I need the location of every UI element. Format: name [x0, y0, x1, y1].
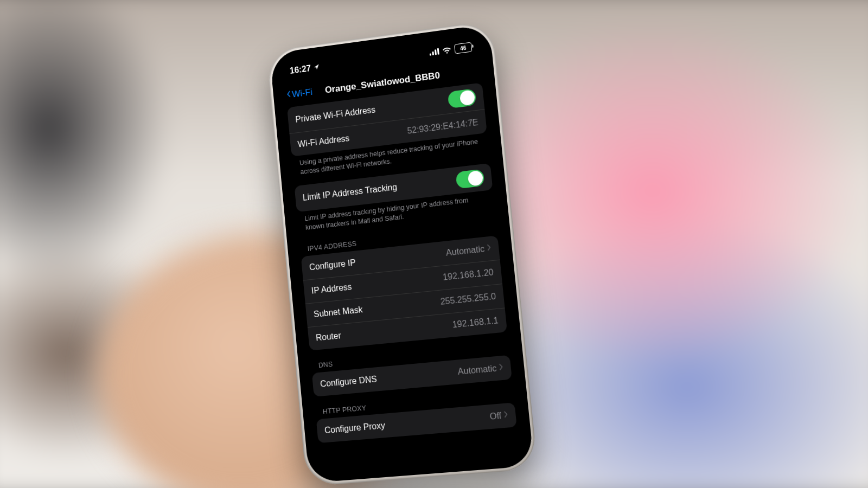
chevron-right-icon: [486, 243, 492, 253]
limit-ip-label: Limit IP Address Tracking: [302, 182, 398, 203]
subnet-mask-label: Subnet Mask: [313, 305, 363, 319]
ip-address-label: IP Address: [311, 282, 352, 296]
router-label: Router: [315, 331, 341, 343]
settings-content: Private Wi-Fi Address Wi-Fi Address 52:9…: [280, 81, 525, 444]
battery-indicator: 46: [454, 42, 473, 54]
configure-proxy-label: Configure Proxy: [324, 420, 385, 435]
location-icon: [313, 62, 320, 73]
battery-percent: 46: [460, 44, 467, 51]
wifi-icon: [442, 46, 452, 54]
phone-screen: 16:27: [275, 30, 528, 477]
cellular-signal-icon: [429, 48, 439, 56]
configure-ip-label: Configure IP: [309, 258, 356, 272]
configure-proxy-value: Off: [489, 410, 502, 421]
status-time: 16:27: [289, 63, 311, 76]
svg-rect-0: [430, 53, 431, 55]
configure-dns-label: Configure DNS: [320, 374, 377, 389]
private-wifi-label: Private Wi-Fi Address: [295, 105, 376, 124]
ip-address-value: 192.168.1.20: [442, 267, 494, 282]
subnet-mask-value: 255.255.255.0: [440, 292, 496, 307]
configure-dns-value: Automatic: [457, 363, 497, 377]
chevron-right-icon: [503, 410, 508, 420]
router-value: 192.168.1.1: [452, 316, 499, 330]
private-wifi-toggle[interactable]: [448, 88, 477, 108]
wifi-address-value: 52:93:29:E4:14:7E: [407, 117, 479, 136]
configure-ip-value: Automatic: [445, 244, 485, 258]
svg-rect-2: [435, 49, 437, 55]
svg-rect-1: [432, 52, 434, 55]
limit-ip-toggle[interactable]: [456, 169, 485, 189]
phone-frame: 16:27: [266, 20, 538, 486]
wifi-address-label: Wi-Fi Address: [297, 133, 350, 149]
svg-rect-3: [437, 48, 439, 55]
chevron-right-icon: [498, 363, 503, 373]
